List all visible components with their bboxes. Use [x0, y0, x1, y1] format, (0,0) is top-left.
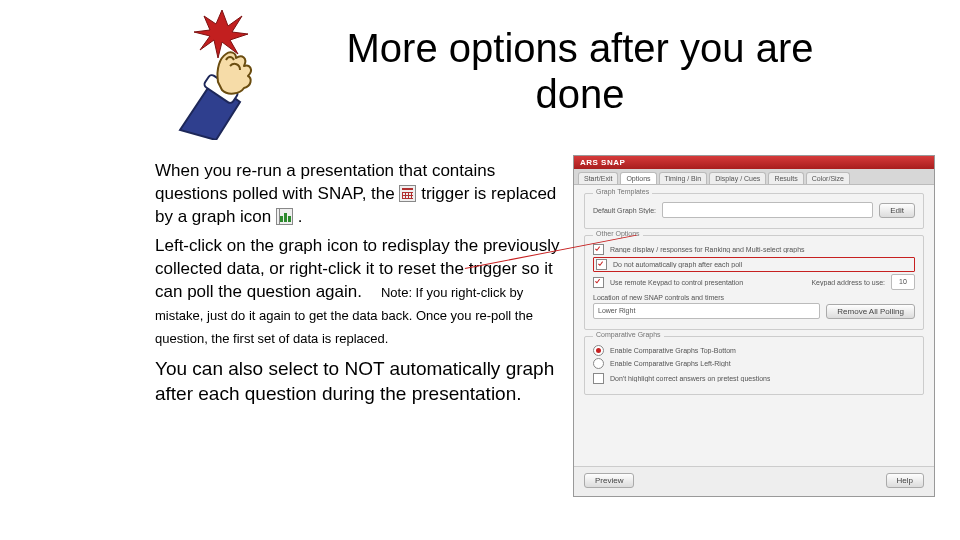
graph-icon: [276, 208, 293, 225]
paragraph-2: Left-click on the graph icon to redispla…: [155, 235, 565, 350]
tab-timing[interactable]: Timing / Bin: [659, 172, 708, 184]
cb-remote-keypad[interactable]: [593, 277, 604, 288]
panel-body: Graph Templates Default Graph Style: Edi…: [574, 185, 934, 466]
paragraph-1: When you re-run a presentation that cont…: [155, 160, 565, 229]
slide-title: More options after you are done: [320, 25, 840, 117]
preview-button[interactable]: Preview: [584, 473, 634, 488]
rb-top-bottom[interactable]: [593, 345, 604, 356]
remove-all-polling-button[interactable]: Remove All Polling: [826, 304, 915, 319]
panel-titlebar: ARS SNAP: [574, 156, 934, 169]
rb-left-right[interactable]: [593, 358, 604, 369]
paragraph-3: You can also select to NOT automatically…: [155, 356, 565, 407]
cb-dont-highlight[interactable]: [593, 373, 604, 384]
cb-range-display[interactable]: [593, 244, 604, 255]
slide-body: When you re-run a presentation that cont…: [155, 160, 565, 413]
group-comparative-graphs: Comparative Graphs Enable Comparative Gr…: [584, 336, 924, 395]
help-button[interactable]: Help: [886, 473, 924, 488]
group-graph-templates: Graph Templates Default Graph Style: Edi…: [584, 193, 924, 229]
tab-results[interactable]: Results: [768, 172, 803, 184]
location-combo[interactable]: Lower Right: [593, 303, 820, 319]
snap-fingers-icon: [170, 10, 270, 140]
tab-startexit[interactable]: Start/Exit: [578, 172, 618, 184]
edit-button[interactable]: Edit: [879, 203, 915, 218]
group-other-options: Other Options Range display / responses …: [584, 235, 924, 330]
trigger-icon: [399, 185, 416, 202]
panel-footer: Preview Help: [574, 466, 934, 496]
panel-tabs: Start/Exit Options Timing / Bin Display …: [574, 169, 934, 185]
tab-options[interactable]: Options: [620, 172, 656, 184]
default-graph-style-combo[interactable]: [662, 202, 873, 218]
keypad-address-field[interactable]: 10: [891, 274, 915, 290]
cb-no-auto-graph[interactable]: [596, 259, 607, 270]
tab-display[interactable]: Display / Cues: [709, 172, 766, 184]
highlighted-option: Do not automatically graph after each po…: [593, 257, 915, 272]
snap-options-panel: ARS SNAP Start/Exit Options Timing / Bin…: [573, 155, 935, 497]
tab-color[interactable]: Color/Size: [806, 172, 850, 184]
svg-marker-0: [194, 10, 248, 58]
